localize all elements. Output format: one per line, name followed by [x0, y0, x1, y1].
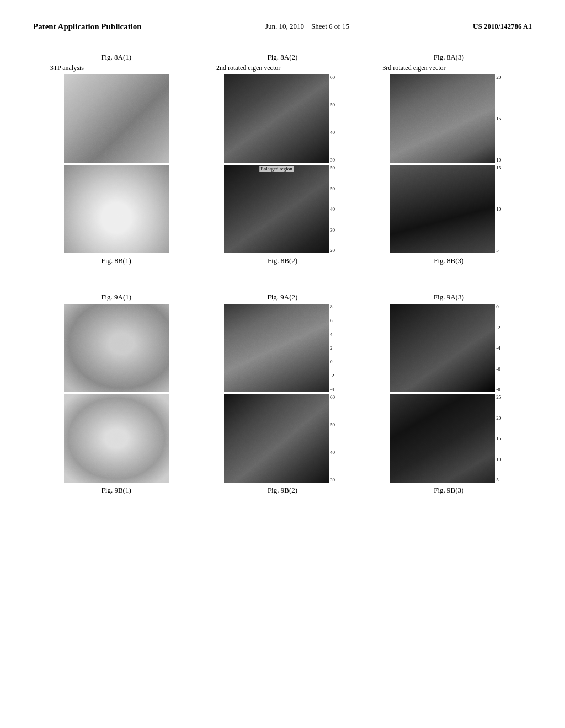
- publication-title: Patent Application Publication: [33, 22, 142, 31]
- figure-col-9a1: Fig. 9A(1): [45, 293, 188, 392]
- fig-label-8a2: Fig. 8A(2): [268, 53, 298, 62]
- figure-col-8b1: [45, 165, 188, 253]
- fig-image-container-8b1: [64, 165, 169, 253]
- publication-sheet: Sheet 6 of 15: [311, 22, 349, 30]
- figure-section-9: Fig. 9A(1) Fig. 9A(2) 8 6 4 2: [33, 293, 532, 500]
- fig-image-9b2: [224, 394, 329, 483]
- figure-col-8b2: Enlarged region 50 50 40 30 20: [211, 165, 354, 253]
- colorbar-9a3: 0 -2 -4 -6 -8: [496, 304, 507, 392]
- figure-col-8a2: Fig. 8A(2) 2nd rotated eigen vector 60 5…: [211, 53, 354, 163]
- page-header: Patent Application Publication Jun. 10, …: [33, 22, 532, 36]
- fig-image-8b3: [390, 165, 495, 253]
- fig-image-container-8a2: 60 50 40 30: [224, 74, 341, 163]
- figure-col-9b3: 25 20 15 10 5: [377, 394, 520, 483]
- colorbar-9b2: 60 50 40 30: [330, 394, 341, 483]
- fig-sublabel-8a1: 3TP analysis: [45, 64, 188, 72]
- fig-image-container-9a2: 8 6 4 2 0 -2 -4: [224, 304, 341, 392]
- fig-image-container-9a1: [64, 304, 169, 392]
- fig-image-container-9b3: 25 20 15 10 5: [390, 394, 507, 483]
- colorbar-8a2: 60 50 40 30: [330, 74, 341, 163]
- publication-number: US 2010/142786 A1: [473, 22, 532, 31]
- fig-image-container-8b2: Enlarged region 50 50 40 30 20: [224, 165, 341, 253]
- fig-sublabel-8a3: 3rd rotated eigen vector: [377, 64, 520, 72]
- figure-row-8a: Fig. 8A(1) 3TP analysis Fig. 8A(2) 2nd r…: [33, 53, 532, 163]
- fig-image-container-9b1: [64, 394, 169, 483]
- colorbar-8b2: 50 50 40 30 20: [330, 165, 341, 253]
- section-divider: [33, 282, 532, 293]
- fig-image-8a3: [390, 74, 495, 163]
- fig-label-8a1: Fig. 8A(1): [101, 53, 131, 62]
- caption-row-9b: Fig. 9B(1) Fig. 9B(2) Fig. 9B(3): [33, 486, 532, 495]
- fig-image-container-8a1: [64, 74, 169, 163]
- fig-label-9a3: Fig. 9A(3): [434, 293, 464, 302]
- publication-date-sheet: Jun. 10, 2010 Sheet 6 of 15: [265, 22, 349, 31]
- fig-image-9a3: [390, 304, 495, 392]
- figure-col-9b1: [45, 394, 188, 483]
- colorbar-8b3: 15 10 5: [496, 165, 507, 253]
- main-content: Fig. 8A(1) 3TP analysis Fig. 8A(2) 2nd r…: [33, 53, 532, 511]
- fig-label-8a3: Fig. 8A(3): [434, 53, 464, 62]
- colorbar-9b3: 25 20 15 10 5: [496, 394, 507, 483]
- figure-col-9a2: Fig. 9A(2) 8 6 4 2 0 -2 -4: [211, 293, 354, 392]
- fig-image-9a2: [224, 304, 329, 392]
- fig-image-9b3: [390, 394, 495, 483]
- fig-image-container-8a3: 20 15 10: [390, 74, 507, 163]
- caption-8b1: Fig. 8B(1): [45, 256, 188, 265]
- figure-row-9a: Fig. 9A(1) Fig. 9A(2) 8 6 4 2: [33, 293, 532, 392]
- fig-image-8b2: Enlarged region: [224, 165, 329, 253]
- figure-col-8b3: 15 10 5: [377, 165, 520, 253]
- figure-col-9a3: Fig. 9A(3) 0 -2 -4 -6 -8: [377, 293, 520, 392]
- figure-col-8a1: Fig. 8A(1) 3TP analysis: [45, 53, 188, 163]
- caption-9b2: Fig. 9B(2): [211, 486, 354, 495]
- fig-image-8b1: [64, 165, 169, 253]
- fig-image-container-8b3: 15 10 5: [390, 165, 507, 253]
- fig-image-8a2: [224, 74, 329, 163]
- figure-col-8a3: Fig. 8A(3) 3rd rotated eigen vector 20 1…: [377, 53, 520, 163]
- fig-image-container-9b2: 60 50 40 30: [224, 394, 341, 483]
- caption-9b3: Fig. 9B(3): [377, 486, 520, 495]
- figure-col-9b2: 60 50 40 30: [211, 394, 354, 483]
- caption-8b2: Fig. 8B(2): [211, 256, 354, 265]
- fig-image-container-9a3: 0 -2 -4 -6 -8: [390, 304, 507, 392]
- caption-row-8b: Fig. 8B(1) Fig. 8B(2) Fig. 8B(3): [33, 256, 532, 265]
- fig-label-9a1: Fig. 9A(1): [101, 293, 131, 302]
- fig-label-9a2: Fig. 9A(2): [268, 293, 298, 302]
- caption-8b3: Fig. 8B(3): [377, 256, 520, 265]
- colorbar-9a2: 8 6 4 2 0 -2 -4: [330, 304, 341, 392]
- publication-date: Jun. 10, 2010: [265, 22, 304, 30]
- enlarged-region-label: Enlarged region: [259, 166, 294, 172]
- colorbar-8a3: 20 15 10: [496, 74, 507, 163]
- fig-image-9a1: [64, 304, 169, 392]
- caption-9b1: Fig. 9B(1): [45, 486, 188, 495]
- figure-section-8: Fig. 8A(1) 3TP analysis Fig. 8A(2) 2nd r…: [33, 53, 532, 271]
- fig-image-8a1: [64, 74, 169, 163]
- figure-row-9b-images: 60 50 40 30 25 20 15: [33, 394, 532, 483]
- figure-row-8b-images: Enlarged region 50 50 40 30 20: [33, 165, 532, 253]
- fig-image-9b1: [64, 394, 169, 483]
- fig-sublabel-8a2: 2nd rotated eigen vector: [211, 64, 354, 72]
- page: Patent Application Publication Jun. 10, …: [0, 0, 565, 728]
